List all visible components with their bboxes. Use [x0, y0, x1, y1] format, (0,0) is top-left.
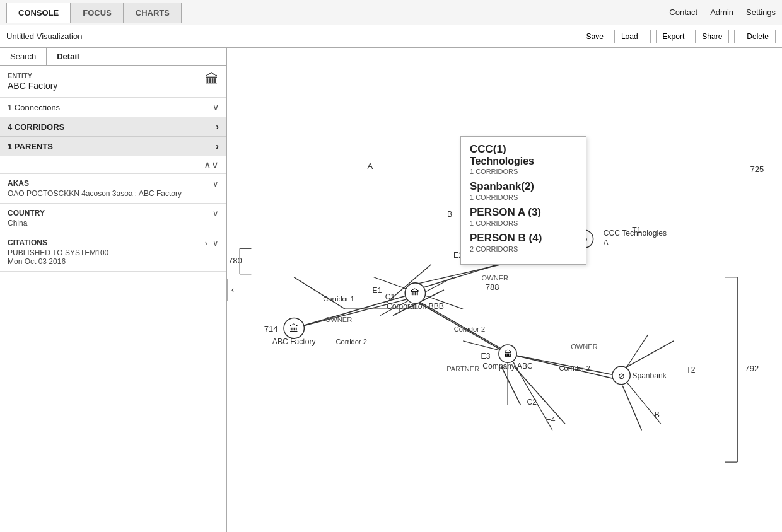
- entity-name: ABC Factory: [8, 81, 57, 91]
- entity-label: ENTITY: [8, 72, 57, 79]
- country-value: China: [8, 219, 45, 228]
- svg-line-11: [622, 386, 641, 431]
- popup-box: CCC(1) Technologies 1 CORRIDORS Spanbank…: [460, 136, 586, 265]
- connections-row[interactable]: 1 Connections ∨: [0, 98, 226, 117]
- contact-link[interactable]: Contact: [669, 8, 697, 17]
- svg-text:🏛: 🏛: [289, 323, 298, 333]
- corridors-section[interactable]: 4 CORRIDORS ›: [0, 117, 226, 137]
- svg-text:🏛: 🏛: [411, 288, 419, 298]
- svg-text:T1: T1: [632, 226, 641, 234]
- svg-text:OWNER: OWNER: [325, 316, 353, 323]
- toolbar-buttons: Save Load Export Share Delete: [580, 30, 776, 43]
- toolbar-separator: [650, 30, 651, 43]
- akas-label: AKAS: [8, 179, 182, 188]
- top-nav: CONSOLE FOCUS CHARTS Contact Admin Setti…: [0, 0, 782, 25]
- popup-personB-name: PERSON B (4): [470, 232, 577, 245]
- svg-text:Company ABC: Company ABC: [482, 362, 533, 371]
- graph-area[interactable]: 🏛 🏛 🏛 ⊘ ⊘ ABC Factory Corporation BBB Co…: [227, 48, 782, 532]
- country-arrow[interactable]: ∨: [213, 209, 219, 218]
- entity-section: ENTITY ABC Factory 🏛: [0, 66, 226, 98]
- svg-text:🏛: 🏛: [504, 349, 512, 359]
- svg-text:B: B: [447, 210, 452, 219]
- parents-section[interactable]: 1 PARENTS ›: [0, 137, 226, 156]
- popup-personA-corridors: 1 CORRIDORS: [470, 219, 577, 227]
- svg-line-9: [514, 366, 565, 424]
- nav-right-links: Contact Admin Settings: [669, 8, 776, 17]
- svg-text:C1: C1: [385, 292, 395, 301]
- citations-date: Mon Oct 03 2016: [8, 257, 219, 266]
- panel-tab-detail[interactable]: Detail: [47, 48, 90, 65]
- svg-text:⊘: ⊘: [618, 371, 625, 381]
- panel-tabs: Search Detail: [0, 48, 226, 66]
- svg-text:OWNER: OWNER: [571, 343, 598, 350]
- entity-icon: 🏛: [205, 72, 219, 88]
- load-button[interactable]: Load: [614, 30, 645, 43]
- corridors-label: 4 CORRIDORS: [8, 122, 64, 132]
- popup-personB-corridors: 2 CORRIDORS: [470, 245, 577, 253]
- left-panel: Search Detail ENTITY ABC Factory 🏛 1 Con…: [0, 48, 227, 532]
- svg-line-8: [501, 366, 520, 405]
- main-area: Search Detail ENTITY ABC Factory 🏛 1 Con…: [0, 48, 782, 532]
- nav-tabs: CONSOLE FOCUS CHARTS: [6, 3, 182, 23]
- popup-entity-personB: PERSON B (4) 2 CORRIDORS: [470, 232, 577, 253]
- svg-text:Corporation BBB: Corporation BBB: [387, 302, 444, 311]
- svg-text:E4: E4: [546, 415, 556, 424]
- svg-text:E3: E3: [481, 352, 491, 361]
- connections-arrow: ∨: [213, 102, 219, 112]
- svg-text:A: A: [368, 161, 373, 171]
- panel-tab-search[interactable]: Search: [0, 48, 47, 65]
- svg-text:OWNER: OWNER: [482, 274, 509, 282]
- svg-text:Corridor 2: Corridor 2: [336, 338, 367, 345]
- popup-ccc-corridors: 1 CORRIDORS: [470, 168, 577, 175]
- collapse-row: ∧∨: [0, 156, 226, 174]
- popup-entity-ccc: CCC(1) Technologies 1 CORRIDORS: [470, 143, 577, 175]
- svg-text:725: 725: [750, 165, 764, 174]
- svg-text:T2: T2: [686, 366, 695, 374]
- export-button[interactable]: Export: [656, 30, 692, 43]
- akas-arrow[interactable]: ∨: [213, 179, 219, 188]
- save-button[interactable]: Save: [580, 30, 610, 43]
- citations-label: CITATIONS: [8, 238, 47, 247]
- parents-label: 1 PARENTS: [8, 142, 53, 151]
- share-button[interactable]: Share: [695, 30, 729, 43]
- svg-text:792: 792: [745, 364, 759, 373]
- svg-text:B: B: [655, 410, 660, 419]
- svg-text:ABC Factory: ABC Factory: [272, 337, 317, 346]
- delete-button[interactable]: Delete: [740, 30, 776, 43]
- connections-label: 1 Connections: [8, 103, 60, 112]
- toolbar-separator-2: [734, 30, 735, 43]
- visualization-title: Untitled Visualization: [6, 32, 82, 41]
- akas-value: OAO РOCTOSCKKN 4acoson 3asoa : ABC Facto…: [8, 189, 182, 198]
- popup-entity-spanbank: Spanbank(2) 1 CORRIDORS: [470, 180, 577, 201]
- svg-text:Spanbank: Spanbank: [632, 371, 667, 380]
- popup-spanbank-corridors: 1 CORRIDORS: [470, 194, 577, 201]
- tab-charts[interactable]: CHARTS: [124, 3, 182, 23]
- collapse-panel-button[interactable]: ‹: [227, 279, 238, 301]
- popup-ccc-full: Technologies: [470, 156, 577, 167]
- svg-text:E1: E1: [373, 286, 382, 295]
- settings-link[interactable]: Settings: [746, 8, 776, 17]
- svg-text:C2: C2: [527, 398, 537, 407]
- citations-arrow1[interactable]: ›: [205, 238, 207, 248]
- akas-section: AKAS OAO РOCTOSCKKN 4acoson 3asoa : ABC …: [0, 174, 226, 204]
- popup-ccc-name: CCC(1): [470, 143, 577, 156]
- svg-text:Corridor 2: Corridor 2: [559, 364, 590, 372]
- popup-spanbank-name: Spanbank(2): [470, 180, 577, 193]
- admin-link[interactable]: Admin: [710, 8, 733, 17]
- right-panel: ‹: [227, 48, 782, 532]
- citations-section: CITATIONS › ∨ PUBLISHED TO SYSTEM100 Mon…: [0, 233, 226, 272]
- svg-text:780: 780: [228, 256, 242, 265]
- svg-text:Corridor 2: Corridor 2: [454, 325, 485, 333]
- tab-console[interactable]: CONSOLE: [6, 3, 71, 23]
- tab-focus[interactable]: FOCUS: [71, 3, 124, 23]
- svg-line-1: [294, 277, 345, 309]
- popup-entity-personA: PERSON A (3) 1 CORRIDORS: [470, 206, 577, 227]
- citations-arrow2[interactable]: ∨: [213, 238, 219, 248]
- toolbar: Untitled Visualization Save Load Export …: [0, 25, 782, 48]
- country-label: COUNTRY: [8, 209, 45, 217]
- svg-text:714: 714: [264, 324, 278, 333]
- popup-personA-name: PERSON A (3): [470, 206, 577, 219]
- citations-value: PUBLISHED TO SYSTEM100: [8, 248, 219, 257]
- parents-arrow: ›: [216, 141, 219, 151]
- collapse-button[interactable]: ∧∨: [204, 159, 219, 171]
